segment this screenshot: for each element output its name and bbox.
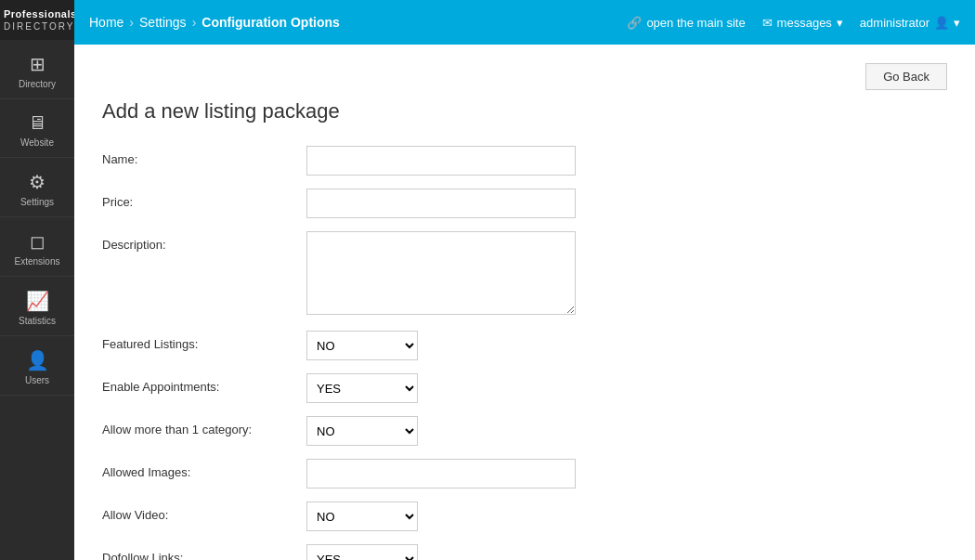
appointments-field-wrap: YES NO (306, 373, 576, 403)
video-label: Allow Video: (102, 501, 306, 522)
video-select[interactable]: NO YES (306, 501, 418, 531)
sidebar-item-label: Extensions (15, 256, 60, 267)
description-label: Description: (102, 231, 306, 252)
sidebar-logo: Professionals DIRECTORY (0, 0, 74, 40)
messages-button[interactable]: ✉ messages ▾ (762, 16, 843, 30)
page-title: Add a new listing package (102, 99, 947, 124)
name-label: Name: (102, 146, 306, 166)
user-chevron: ▾ (954, 16, 960, 30)
logo-bottom: DIRECTORY (4, 20, 71, 33)
messages-label: messages (777, 16, 832, 30)
external-link-icon: 🔗 (627, 16, 642, 30)
sidebar-item-label: Directory (19, 79, 56, 89)
content-area: Go Back Add a new listing package Name: … (74, 45, 975, 560)
price-row: Price: (102, 189, 947, 218)
statistics-icon: 📈 (26, 290, 49, 312)
dofollow-label: Dofollow Links: (102, 544, 306, 560)
category-select[interactable]: NO YES (306, 416, 418, 446)
price-label: Price: (102, 189, 306, 209)
price-input[interactable] (306, 189, 576, 218)
images-row: Allowed Images: (102, 459, 947, 488)
images-label: Allowed Images: (102, 459, 306, 479)
topnav: Home › Settings › Configuration Options … (74, 0, 975, 45)
breadcrumb-sep1: › (129, 15, 134, 30)
open-site-label: open the main site (646, 16, 745, 30)
description-field-wrap (306, 231, 576, 318)
sidebar-item-settings[interactable]: ⚙ Settings (0, 158, 74, 217)
sidebar-item-extensions[interactable]: ◻ Extensions (0, 217, 74, 277)
user-icon: 👤 (934, 16, 949, 30)
featured-label: Featured Listings: (102, 331, 306, 351)
video-row: Allow Video: NO YES (102, 501, 947, 531)
sidebar-item-website[interactable]: 🖥 Website (0, 99, 74, 158)
logo-top: Professionals (4, 7, 71, 20)
mail-icon: ✉ (762, 16, 773, 30)
sidebar-item-label: Statistics (19, 316, 56, 326)
images-field-wrap (306, 459, 576, 488)
featured-field-wrap: NO YES (306, 331, 576, 360)
sidebar-item-statistics[interactable]: 📈 Statistics (0, 277, 74, 336)
category-field-wrap: NO YES (306, 416, 576, 446)
dofollow-row: Dofollow Links: YES NO (102, 544, 947, 560)
featured-row: Featured Listings: NO YES (102, 331, 947, 360)
messages-chevron: ▾ (837, 16, 843, 30)
sidebar: Professionals DIRECTORY ⊞ Directory 🖥 We… (0, 0, 74, 560)
featured-select[interactable]: NO YES (306, 331, 418, 360)
user-menu-button[interactable]: administrator 👤 ▾ (860, 16, 960, 30)
extensions-icon: ◻ (30, 230, 46, 253)
dofollow-field-wrap: YES NO (306, 544, 576, 560)
video-field-wrap: NO YES (306, 501, 576, 531)
name-field-wrap (306, 146, 576, 176)
breadcrumb-home[interactable]: Home (89, 15, 124, 30)
category-label: Allow more than 1 category: (102, 416, 306, 436)
website-icon: 🖥 (28, 112, 46, 134)
breadcrumb-current: Configuration Options (202, 15, 340, 30)
main-area: Home › Settings › Configuration Options … (74, 0, 975, 560)
go-back-row: Go Back (102, 63, 947, 90)
category-row: Allow more than 1 category: NO YES (102, 416, 947, 446)
open-site-button[interactable]: 🔗 open the main site (627, 16, 745, 30)
topnav-right: 🔗 open the main site ✉ messages ▾ admini… (627, 16, 960, 30)
dofollow-select[interactable]: YES NO (306, 544, 418, 560)
images-input[interactable] (306, 459, 576, 488)
appointments-row: Enable Appointments: YES NO (102, 373, 947, 403)
sidebar-item-label: Settings (20, 197, 54, 207)
sidebar-item-label: Website (20, 137, 54, 148)
go-back-button[interactable]: Go Back (865, 63, 947, 90)
sidebar-item-directory[interactable]: ⊞ Directory (0, 40, 74, 99)
breadcrumb: Home › Settings › Configuration Options (89, 15, 340, 30)
gear-icon: ⚙ (29, 171, 46, 193)
name-input[interactable] (306, 146, 576, 176)
price-field-wrap (306, 189, 576, 218)
user-label: administrator (860, 16, 930, 30)
sidebar-item-label: Users (25, 375, 49, 385)
sidebar-item-users[interactable]: 👤 Users (0, 336, 74, 396)
directory-icon: ⊞ (30, 53, 46, 75)
breadcrumb-settings[interactable]: Settings (139, 15, 187, 30)
description-input[interactable] (306, 231, 576, 315)
description-row: Description: (102, 231, 947, 318)
name-row: Name: (102, 146, 947, 176)
appointments-select[interactable]: YES NO (306, 373, 418, 403)
users-icon: 👤 (26, 349, 49, 371)
appointments-label: Enable Appointments: (102, 373, 306, 394)
breadcrumb-sep2: › (192, 15, 197, 30)
